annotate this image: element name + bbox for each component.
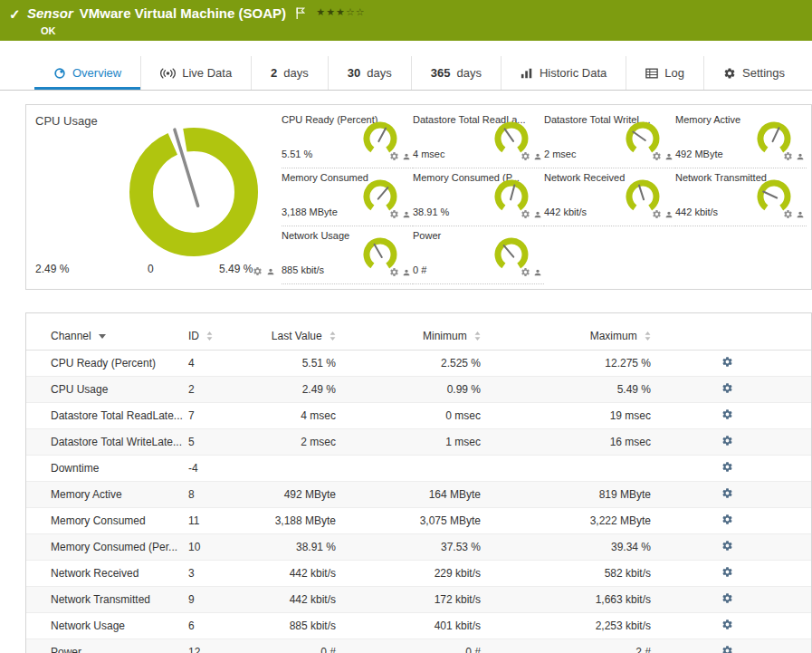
gear-icon[interactable] [389, 209, 399, 219]
cell-channel: Memory Active [26, 488, 186, 501]
channel-settings-icon[interactable] [721, 514, 733, 525]
column-header-channel[interactable]: Channel [26, 330, 186, 342]
channel-settings-icon[interactable] [721, 487, 733, 499]
user-icon[interactable] [402, 268, 411, 277]
cell-maximum: 39.34 % [481, 541, 651, 553]
cell-channel: Power [26, 646, 186, 653]
cell-maximum: 12.275 % [481, 357, 651, 370]
gear-icon[interactable] [521, 151, 530, 161]
user-icon[interactable] [533, 210, 542, 219]
channel-settings-icon[interactable] [721, 408, 733, 420]
user-icon[interactable] [402, 152, 411, 161]
tab-overview[interactable]: Overview [34, 56, 140, 90]
overview-icon [53, 67, 66, 80]
cell-last-value: 0 # [268, 646, 336, 653]
cell-id: 12 [186, 646, 268, 653]
mini-gauge-cell[interactable]: CPU Ready (Percent) 5.51 % [282, 110, 413, 168]
table-row[interactable]: Network Received 3 442 kbit/s 229 kbit/s… [26, 560, 811, 586]
mini-gauge-cell[interactable]: Network Transmitted 442 kbit/s [675, 168, 807, 226]
table-row[interactable]: Memory Consumed 11 3,188 MByte 3,075 MBy… [26, 507, 811, 533]
user-icon[interactable] [533, 152, 542, 161]
mini-gauge-cell[interactable]: Power 0 # [413, 226, 544, 284]
cell-maximum: 1,663 kbit/s [481, 593, 651, 606]
table-row[interactable]: Network Usage 6 885 kbit/s 401 kbit/s 2,… [26, 612, 811, 639]
sort-icon [474, 331, 481, 341]
cell-channel: Datastore Total ReadLate... [26, 409, 186, 422]
mini-gauge-cell[interactable]: Datastore Total WriteL... 2 msec [544, 110, 675, 168]
user-icon[interactable] [664, 210, 673, 219]
user-icon[interactable] [796, 210, 805, 219]
gear-icon[interactable] [521, 209, 530, 219]
tab-log[interactable]: Log [626, 56, 703, 90]
channel-settings-icon[interactable] [721, 382, 733, 394]
tab-2-days[interactable]: 2 days [251, 56, 328, 90]
gear-icon[interactable] [389, 151, 399, 161]
user-icon[interactable] [266, 267, 275, 276]
tab-bar: Overview Live Data 2 days 30 days 365 da… [0, 56, 812, 91]
table-header-row: Channel ID Last Value Minimum Maximum [26, 322, 811, 351]
mini-gauge-cell[interactable]: Datastore Total ReadLa... 4 msec [413, 110, 544, 168]
tab-live-data[interactable]: Live Data [140, 56, 251, 90]
cell-last-value: 442 kbit/s [268, 567, 336, 580]
channel-settings-icon[interactable] [721, 540, 733, 552]
tab-365-days[interactable]: 365 days [411, 56, 501, 90]
star-rating[interactable]: ★★★☆☆ [316, 6, 365, 17]
user-icon[interactable] [533, 268, 542, 277]
gear-icon[interactable] [253, 266, 263, 276]
channel-settings-icon[interactable] [721, 592, 733, 604]
table-row[interactable]: Datastore Total ReadLate... 7 4 msec 0 m… [26, 402, 811, 428]
gear-icon[interactable] [389, 267, 399, 277]
table-row[interactable]: Network Transmitted 9 442 kbit/s 172 kbi… [26, 586, 811, 612]
cpu-usage-gauge[interactable] [117, 118, 271, 267]
channel-settings-icon[interactable] [721, 461, 733, 473]
channel-settings-icon[interactable] [721, 356, 733, 368]
mini-gauge-cell[interactable]: Memory Consumed (P... 38.91 % [413, 168, 544, 226]
gear-icon[interactable] [652, 209, 662, 219]
gear-icon[interactable] [783, 209, 793, 219]
cell-id: 5 [186, 436, 268, 448]
star-icon[interactable]: ☆ [356, 6, 366, 17]
column-header-minimum[interactable]: Minimum [336, 330, 481, 342]
gear-icon[interactable] [652, 151, 662, 161]
mini-gauge-cell[interactable]: Memory Active 492 MByte [675, 110, 807, 168]
user-icon[interactable] [664, 152, 673, 161]
user-icon[interactable] [796, 152, 805, 161]
table-row[interactable]: Downtime -4 [26, 455, 811, 481]
table-row[interactable]: CPU Usage 2 2.49 % 0.99 % 5.49 % [26, 376, 811, 402]
channel-settings-icon[interactable] [721, 566, 733, 578]
tab-historic-data[interactable]: Historic Data [501, 56, 626, 90]
star-icon[interactable]: ★ [316, 6, 326, 17]
channel-settings-icon[interactable] [721, 645, 733, 653]
mini-gauge-cell[interactable]: Network Usage 885 kbit/s [282, 226, 413, 284]
tab-settings[interactable]: Settings [703, 56, 804, 90]
cell-maximum: 19 msec [481, 409, 651, 422]
priority-flag-icon[interactable] [296, 7, 305, 19]
sensor-title: VMware Virtual Machine (SOAP) [80, 5, 286, 21]
table-row[interactable]: Power 12 0 # 0 # 2 # [26, 639, 811, 653]
cell-minimum: 3,075 MByte [336, 514, 481, 527]
table-row[interactable]: Datastore Total WriteLate... 5 2 msec 1 … [26, 428, 811, 455]
user-icon[interactable] [402, 210, 411, 219]
star-icon[interactable]: ★ [326, 6, 336, 17]
tab-30-days[interactable]: 30 days [328, 56, 411, 90]
column-header-id[interactable]: ID [186, 330, 268, 342]
cell-maximum: 5.49 % [481, 383, 651, 396]
column-header-last-value[interactable]: Last Value [268, 330, 336, 342]
log-icon [645, 67, 658, 80]
mini-gauge-title: Memory Active [675, 114, 740, 125]
table-row[interactable]: CPU Ready (Percent) 4 5.51 % 2.525 % 12.… [26, 351, 811, 376]
mini-gauge-grid: CPU Ready (Percent) 5.51 % Datastore Tot… [282, 110, 808, 284]
sensor-status-badge: OK [41, 25, 56, 36]
table-row[interactable]: Memory Active 8 492 MByte 164 MByte 819 … [26, 481, 811, 507]
gear-icon[interactable] [783, 151, 793, 161]
channel-settings-icon[interactable] [721, 619, 733, 630]
column-header-maximum[interactable]: Maximum [481, 330, 651, 342]
channel-settings-icon[interactable] [721, 435, 733, 447]
star-icon[interactable]: ★ [336, 6, 346, 17]
gear-icon[interactable] [521, 267, 530, 277]
mini-gauge-cell[interactable]: Network Received 442 kbit/s [544, 168, 675, 226]
mini-gauge-cell[interactable]: Memory Consumed 3,188 MByte [282, 168, 413, 226]
tab-number: 365 [431, 66, 451, 80]
star-icon[interactable]: ☆ [346, 6, 356, 17]
table-row[interactable]: Memory Consumed (Per... 10 38.91 % 37.53… [26, 533, 811, 560]
